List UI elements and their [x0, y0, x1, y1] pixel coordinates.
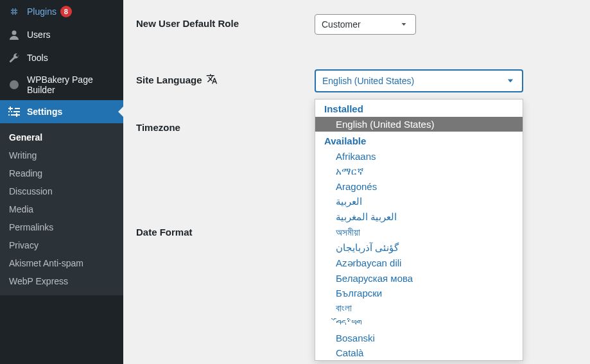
- label-default-role: New User Default Role: [136, 14, 315, 29]
- dropdown-option[interactable]: Aragonés: [315, 179, 523, 194]
- site-language-select[interactable]: English (United States): [315, 69, 523, 92]
- label-site-language: Site Language: [136, 69, 315, 87]
- dropdown-option[interactable]: Afrikaans: [315, 149, 523, 164]
- sidebar-item-plugins[interactable]: Plugins 8: [0, 0, 123, 23]
- dropdown-option[interactable]: گؤنئی آذربایجان: [315, 240, 523, 256]
- sidebar-item-label: Users: [27, 30, 51, 40]
- sidebar-item-settings[interactable]: Settings: [0, 100, 123, 123]
- settings-general-form: as you or a New User Default Role Custom…: [123, 0, 590, 364]
- settings-slider-icon: [8, 105, 21, 118]
- wpbakery-icon: [8, 78, 21, 91]
- label-date-format: Date Format: [136, 223, 315, 238]
- sidebar-item-wpbakery[interactable]: WPBakery Page Builder: [0, 69, 123, 100]
- dropdown-option[interactable]: Bosanski: [315, 331, 523, 345]
- dropdown-option[interactable]: Azərbaycan dili: [315, 256, 523, 271]
- submenu-item-media[interactable]: Media: [0, 200, 123, 218]
- submenu-item-akismet[interactable]: Akismet Anti-spam: [0, 254, 123, 272]
- plugin-icon: [8, 5, 21, 18]
- dropdown-option[interactable]: العربية: [315, 194, 523, 209]
- dropdown-option[interactable]: English (United States): [315, 117, 523, 132]
- sidebar-item-label: Plugins: [27, 6, 56, 17]
- dropdown-option[interactable]: العربية المغربية: [315, 209, 523, 225]
- submenu-item-writing[interactable]: Writing: [0, 146, 123, 164]
- wrench-icon: [8, 51, 21, 64]
- dropdown-option[interactable]: বাংলা: [315, 300, 523, 316]
- dropdown-option[interactable]: Български: [315, 286, 523, 300]
- submenu-item-webp[interactable]: WebP Express: [0, 272, 123, 290]
- row-default-role: New User Default Role Customer: [136, 14, 577, 35]
- settings-submenu: General Writing Reading Discussion Media…: [0, 123, 123, 295]
- dropdown-option[interactable]: Català: [315, 345, 523, 360]
- translate-icon: [206, 73, 218, 87]
- sidebar-item-tools[interactable]: Tools: [0, 46, 123, 69]
- dropdown-option[interactable]: অসমীয়া: [315, 225, 523, 240]
- select-value: English (United States): [322, 76, 414, 86]
- dropdown-group-available: Available: [315, 132, 523, 149]
- default-role-select[interactable]: Customer: [315, 14, 416, 35]
- update-badge: 8: [60, 6, 72, 17]
- admin-sidebar: Plugins 8 Users Tools WPBakery Page Buil…: [0, 0, 123, 364]
- submenu-item-privacy[interactable]: Privacy: [0, 236, 123, 254]
- dropdown-option[interactable]: Беларуская мова: [315, 271, 523, 286]
- label-timezone: Timezone: [136, 118, 315, 133]
- dropdown-option[interactable]: བོད་ཡིག: [315, 316, 523, 331]
- sidebar-item-label: Settings: [27, 107, 62, 117]
- submenu-item-permalinks[interactable]: Permalinks: [0, 218, 123, 236]
- submenu-item-reading[interactable]: Reading: [0, 164, 123, 182]
- svg-point-1: [10, 80, 19, 89]
- chevron-down-icon: [505, 76, 516, 86]
- row-site-language: Site Language English (United States) In…: [136, 69, 577, 92]
- dropdown-option[interactable]: አማርኛ: [315, 164, 523, 179]
- sidebar-item-users[interactable]: Users: [0, 23, 123, 46]
- submenu-item-general[interactable]: General: [0, 128, 123, 146]
- language-dropdown-list[interactable]: Installed English (United States) Availa…: [315, 99, 523, 361]
- chevron-down-icon: [399, 19, 409, 30]
- svg-point-0: [12, 31, 17, 35]
- select-value: Customer: [322, 19, 361, 30]
- sidebar-item-label: Tools: [27, 53, 48, 63]
- dropdown-group-installed: Installed: [315, 100, 523, 117]
- users-icon: [8, 28, 21, 41]
- submenu-item-discussion[interactable]: Discussion: [0, 182, 123, 200]
- sidebar-item-label: WPBakery Page Builder: [27, 74, 116, 95]
